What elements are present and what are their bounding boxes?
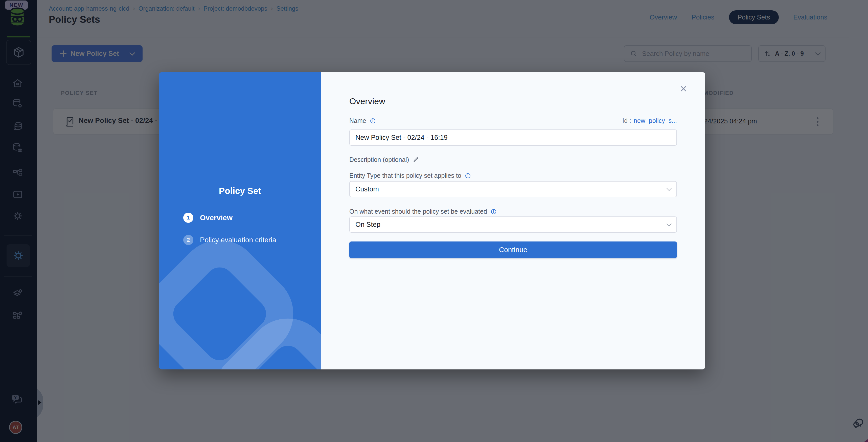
entity-type-label-row: Entity Type that this policy set applies…	[349, 172, 677, 179]
entity-type-select[interactable]: Custom	[349, 181, 677, 197]
new-policy-set-modal: Policy Set 1 Overview 2 Policy evaluatio…	[159, 72, 705, 370]
continue-button[interactable]: Continue	[349, 241, 677, 258]
wizard-step-evaluation-criteria[interactable]: 2 Policy evaluation criteria	[183, 235, 276, 245]
info-icon[interactable]	[370, 118, 376, 124]
event-label-row: On what event should the policy set be e…	[349, 208, 677, 215]
app-root: NEW	[0, 0, 868, 442]
form-heading: Overview	[349, 96, 385, 106]
entity-type-label: Entity Type that this policy set applies…	[349, 172, 461, 179]
event-label: On what event should the policy set be e…	[349, 208, 487, 215]
wizard-step-overview[interactable]: 1 Overview	[183, 213, 232, 223]
modal-close-button[interactable]	[678, 83, 689, 94]
info-icon[interactable]	[491, 209, 497, 215]
close-icon	[680, 85, 687, 92]
name-label-row: Name Id : new_policy_s...	[349, 117, 677, 124]
description-label: Description (optional)	[349, 156, 409, 163]
name-label: Name	[349, 117, 366, 124]
chevron-down-icon	[666, 186, 672, 191]
id-link[interactable]: new_policy_s...	[634, 117, 677, 124]
name-input[interactable]	[349, 129, 677, 146]
step-number: 1	[183, 213, 193, 223]
step-label: Overview	[200, 214, 232, 222]
edit-pencil-icon[interactable]	[412, 156, 419, 163]
wizard-title: Policy Set	[159, 186, 321, 196]
entity-type-value: Custom	[355, 185, 379, 193]
event-select[interactable]: On Step	[349, 216, 677, 233]
continue-label: Continue	[499, 246, 527, 254]
id-display: Id : new_policy_s...	[622, 117, 677, 124]
description-row: Description (optional)	[349, 156, 677, 163]
event-value: On Step	[355, 221, 380, 229]
overview-form-panel: Overview Name Id : new_policy_s... Descr…	[321, 72, 705, 370]
chevron-down-icon	[666, 221, 672, 226]
info-icon[interactable]	[465, 173, 471, 179]
id-prefix: Id :	[622, 117, 631, 124]
step-label: Policy evaluation criteria	[200, 236, 276, 244]
step-number: 2	[183, 235, 193, 245]
wizard-panel: Policy Set 1 Overview 2 Policy evaluatio…	[159, 72, 321, 370]
